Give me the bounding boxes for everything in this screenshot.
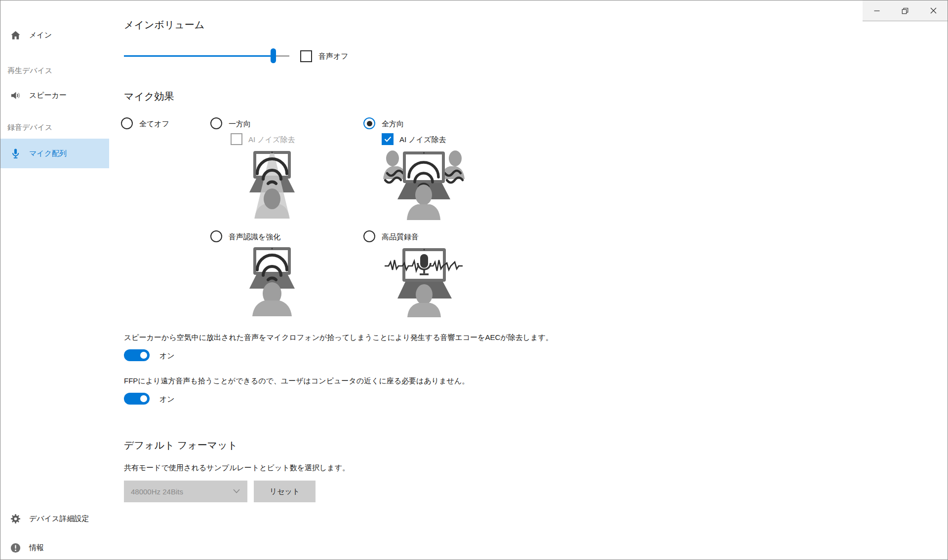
speech-recognition-illustration (245, 247, 299, 316)
radio-omnidirectional[interactable] (363, 117, 375, 129)
sidebar-section-playback: 再生デバイス (7, 66, 52, 75)
ai-noise-label-unidirectional: AI ノイズ除去 (248, 135, 295, 145)
sidebar-item-label: マイク配列 (29, 149, 67, 158)
home-icon (9, 29, 21, 41)
sidebar-item-label: デバイス詳細設定 (29, 514, 89, 523)
speaker-icon (9, 89, 21, 101)
radio-all-off[interactable] (121, 117, 133, 129)
sidebar-item-label: メイン (29, 31, 52, 40)
sidebar-item-info[interactable]: 情報 (0, 537, 109, 559)
mic-effects-heading: マイク効果 (124, 90, 174, 103)
sidebar-item-label: 情報 (29, 543, 44, 553)
reset-button-label: リセット (270, 487, 300, 496)
volume-slider-fill (124, 55, 271, 57)
radio-unidirectional-label: 一方向 (229, 119, 251, 129)
minimize-icon (874, 8, 880, 14)
window-controls (863, 0, 948, 21)
sidebar-item-device-advanced[interactable]: デバイス詳細設定 (0, 508, 109, 529)
hq-recording-illustration (385, 247, 463, 317)
omnidirectional-illustration (383, 148, 465, 220)
minimize-button[interactable] (863, 0, 891, 21)
sample-rate-dropdown[interactable]: 48000Hz 24Bits (124, 481, 247, 502)
aec-toggle-label: オン (159, 351, 175, 361)
sidebar-item-main[interactable]: メイン (0, 24, 109, 46)
ffp-toggle-label: オン (159, 395, 175, 404)
aec-toggle[interactable] (124, 349, 150, 361)
realtek-audio-console-window: Realtek Audio Console (0, 0, 948, 560)
ffp-toggle[interactable] (124, 393, 150, 405)
ai-noise-label-omnidirectional: AI ノイズ除去 (399, 135, 446, 145)
radio-speech-recognition-label: 音声認識を強化 (229, 232, 280, 242)
radio-unidirectional[interactable] (210, 117, 222, 129)
ai-noise-checkbox-unidirectional (231, 133, 242, 145)
mute-checkbox-label: 音声オフ (318, 52, 349, 61)
sidebar: メイン 再生デバイス スピーカー 録音デバイス (0, 0, 109, 560)
gear-icon (9, 513, 21, 524)
close-icon (930, 7, 937, 14)
restore-icon (902, 7, 908, 14)
info-icon (9, 542, 21, 554)
radio-all-off-label: 全てオフ (139, 119, 169, 129)
radio-hq-recording[interactable] (363, 230, 375, 242)
default-format-description: 共有モードで使用されるサンプルレートとビット数を選択します。 (124, 463, 350, 473)
close-button[interactable] (919, 0, 948, 21)
radio-omnidirectional-label: 全方向 (382, 119, 404, 129)
unidirectional-illustration (245, 151, 299, 219)
radio-hq-recording-label: 高品質録音 (382, 232, 419, 242)
volume-slider-thumb[interactable] (271, 48, 276, 63)
radio-speech-recognition[interactable] (210, 230, 222, 242)
sidebar-section-recording: 録音デバイス (7, 123, 52, 132)
aec-description: スピーカーから空気中に放出された音声をマイクロフォンが拾ってしまうことにより発生… (124, 333, 553, 342)
sidebar-item-mic-array[interactable]: マイク配列 (0, 139, 109, 168)
sidebar-item-speaker[interactable]: スピーカー (0, 84, 109, 106)
ffp-description: FFPにより遠方音声も拾うことができるので、ユーザはコンピュータの近くに座る必要… (124, 376, 469, 386)
sample-rate-value: 48000Hz 24Bits (131, 487, 183, 496)
checkmark-icon (384, 136, 392, 142)
chevron-down-icon (233, 488, 240, 494)
reset-button[interactable]: リセット (254, 481, 316, 502)
mute-checkbox[interactable] (300, 50, 312, 62)
microphone-icon (9, 148, 21, 159)
restore-button[interactable] (891, 0, 919, 21)
volume-slider[interactable] (124, 55, 289, 57)
main-volume-heading: メインボリューム (124, 18, 204, 32)
sidebar-item-label: スピーカー (29, 91, 67, 100)
default-format-heading: デフォルト フォーマット (124, 439, 237, 452)
ai-noise-checkbox-omnidirectional[interactable] (382, 133, 394, 145)
